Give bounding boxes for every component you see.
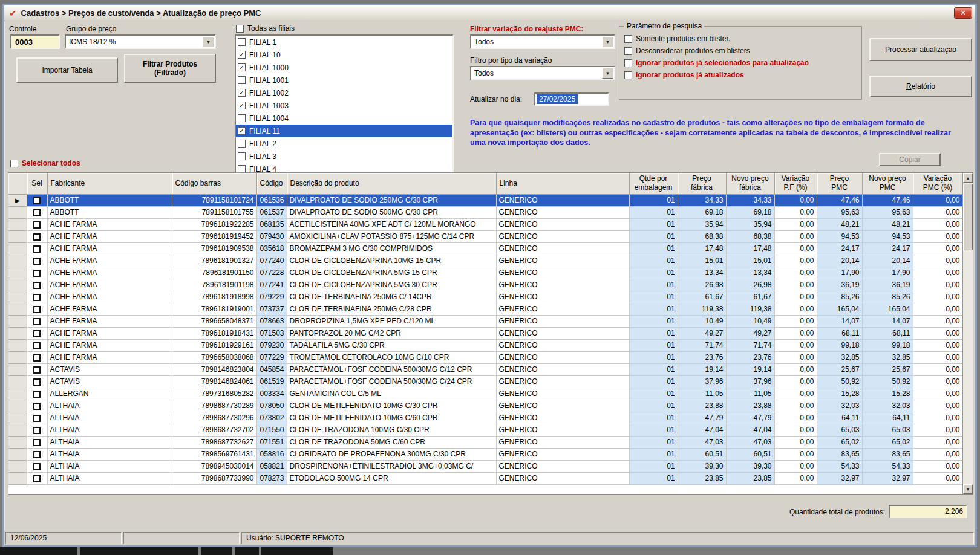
product-row[interactable]: ACHE FARMA7896181919001073737CLOR DE TER… (8, 303, 962, 315)
row-checkbox[interactable] (33, 258, 41, 265)
filtro-tipo-select[interactable]: Todos ▼ (470, 66, 615, 80)
product-row[interactable]: ALTHAIA7898569761431058816CLORIDRATO DE … (8, 448, 962, 460)
scroll-down-icon[interactable]: ▼ (963, 484, 973, 494)
row-select-cell[interactable] (27, 230, 47, 242)
row-select-cell[interactable] (27, 436, 47, 448)
filial-item[interactable]: FILIAL 1004 (236, 112, 452, 125)
row-select-cell[interactable] (27, 460, 47, 472)
selecionar-todos-checkbox[interactable]: Selecionar todos (10, 159, 80, 167)
column-header[interactable]: Novo preço fábrica (726, 173, 774, 194)
filial-checkbox[interactable] (238, 38, 246, 46)
close-button[interactable]: ✕ (954, 7, 972, 19)
filial-item[interactable]: FILIAL 3 (236, 150, 452, 163)
row-select-cell[interactable] (27, 315, 47, 327)
row-select-cell[interactable] (27, 351, 47, 363)
product-row[interactable]: ACTAVIS7898146824061061519PARACETAMOL+FO… (8, 375, 962, 388)
product-row[interactable]: ▶ABBOTT7891158101724061536DIVALPROATO DE… (8, 194, 962, 206)
chevron-down-icon[interactable]: ▼ (203, 36, 214, 47)
filtrar-produtos-button[interactable]: Filtrar Produtos (Filtrado) (124, 54, 216, 83)
row-select-cell[interactable] (27, 255, 47, 267)
product-row[interactable]: ACHE FARMA7896658048371078663DROPROPIZIN… (8, 315, 962, 327)
product-row[interactable]: ACHE FARMA7896181922285068135ACETILCISTE… (8, 218, 962, 230)
parametro-checkbox[interactable]: Ignorar produtos já atualizados (624, 71, 857, 79)
atualizar-dia-field[interactable]: 27/02/2025 (534, 92, 609, 106)
parametro-checkbox[interactable]: Somente produtos em blister. (624, 34, 857, 43)
column-header[interactable]: Código barras (172, 173, 256, 194)
row-checkbox[interactable] (33, 378, 41, 386)
column-header[interactable]: Linha (496, 173, 629, 194)
product-row[interactable]: ALTHAIA7898687732702071550CLOR DE TRAZOD… (8, 424, 962, 436)
filial-item[interactable]: ✓FILIAL 1002 (236, 86, 452, 99)
row-select-cell[interactable] (27, 424, 47, 436)
selecionar-todos-box-icon[interactable] (10, 160, 18, 167)
row-checkbox[interactable] (33, 475, 41, 482)
column-header[interactable]: Código (256, 173, 287, 194)
filial-item[interactable]: FILIAL 1 (236, 36, 452, 48)
row-select-cell[interactable] (27, 279, 47, 291)
product-row[interactable]: ALTHAIA7898687733990078273ETODOLACO 500M… (8, 472, 962, 484)
product-row[interactable]: ACHE FARMA7896181909538035618BROMAZEPAM … (8, 242, 962, 255)
product-row[interactable]: ALTHAIA7898687730296073802CLOR DE METILF… (8, 412, 962, 424)
filial-checkbox[interactable] (238, 76, 246, 84)
filtrar-variacao-select[interactable]: Todos ▼ (470, 34, 615, 49)
row-select-cell[interactable] (27, 363, 47, 375)
row-checkbox[interactable] (33, 342, 41, 349)
row-checkbox[interactable] (33, 209, 41, 216)
row-select-cell[interactable] (27, 448, 47, 460)
processar-atualizacao-button[interactable]: Processar atualização (869, 38, 972, 61)
filial-item[interactable]: ✓FILIAL 10 (236, 48, 452, 61)
column-header[interactable]: Preço PMC (817, 173, 862, 194)
filial-checkbox[interactable]: ✓ (238, 63, 246, 71)
scroll-up-icon[interactable]: ▲ (963, 173, 973, 183)
title-bar[interactable]: ✔ Cadastros > Preços de custo/venda > At… (4, 5, 975, 21)
filial-item[interactable]: ✓FILIAL 1003 (236, 99, 452, 112)
row-select-cell[interactable] (27, 339, 47, 351)
filial-checkbox[interactable] (238, 152, 246, 160)
product-row[interactable]: ABBOTT7891158101755061537DIVALPROATO DE … (8, 206, 962, 218)
product-row[interactable]: ACHE FARMA7896181929161079230TADALAFILA … (8, 339, 962, 351)
row-checkbox[interactable] (33, 282, 41, 289)
taskbar-item[interactable] (0, 547, 77, 555)
row-checkbox[interactable] (33, 415, 41, 422)
filiais-listbox[interactable]: FILIAL 1✓FILIAL 10✓FILIAL 1000FILIAL 100… (235, 34, 454, 177)
filial-checkbox[interactable] (238, 114, 246, 122)
column-header[interactable]: Descrição do produto (287, 173, 496, 194)
row-checkbox[interactable] (33, 354, 41, 362)
relatorio-button[interactable]: Relatório (869, 76, 972, 97)
row-select-cell[interactable] (27, 303, 47, 315)
column-header[interactable]: Variação PMC (%) (913, 173, 962, 194)
row-select-cell[interactable] (27, 267, 47, 279)
filial-checkbox[interactable]: ✓ (238, 51, 246, 59)
row-checkbox[interactable] (33, 233, 41, 241)
parametro-box-icon[interactable] (624, 71, 632, 79)
row-checkbox[interactable] (33, 427, 41, 434)
filial-checkbox[interactable]: ✓ (238, 127, 246, 135)
product-row[interactable]: ACHE FARMA7896181901198077241CLOR DE CIC… (8, 279, 962, 291)
filial-checkbox[interactable]: ✓ (238, 102, 246, 109)
product-row[interactable]: ACHE FARMA7896658038068077229TROMETAMOL … (8, 351, 962, 363)
product-row[interactable]: ACHE FARMA7896181918431071503PANTOPRAZOL… (8, 327, 962, 339)
column-header[interactable]: Preço fábrica (678, 173, 726, 194)
product-row[interactable]: ALTHAIA7898945030014058821DROSPIRENONA+E… (8, 460, 962, 472)
row-checkbox[interactable] (33, 439, 41, 446)
row-checkbox[interactable] (33, 318, 41, 325)
row-checkbox[interactable] (33, 270, 41, 277)
parametro-box-icon[interactable] (624, 35, 632, 43)
filial-checkbox[interactable]: ✓ (238, 89, 246, 97)
row-select-cell[interactable] (27, 218, 47, 230)
product-row[interactable]: ACHE FARMA7896181919452079430AMOXICILINA… (8, 230, 962, 242)
taskbar-item[interactable] (80, 547, 198, 555)
row-checkbox[interactable] (33, 451, 41, 458)
importar-tabela-button[interactable]: Importar Tabela (16, 57, 118, 83)
taskbar-item[interactable] (235, 547, 259, 555)
parametro-checkbox[interactable]: Desconsiderar produtos em blisters (624, 47, 857, 55)
taskbar-item[interactable] (261, 547, 333, 555)
row-checkbox[interactable] (33, 221, 41, 229)
chevron-down-icon[interactable]: ▼ (602, 36, 613, 47)
grupo-preco-select[interactable]: ICMS 18/12 % ▼ (65, 34, 216, 49)
row-select-cell[interactable] (27, 388, 47, 400)
filial-item[interactable]: FILIAL 2 (236, 137, 452, 150)
parametro-box-icon[interactable] (624, 47, 632, 55)
filial-item[interactable]: FILIAL 1001 (236, 74, 452, 86)
product-row[interactable]: ALTHAIA7898687732627071551CLOR DE TRAZOD… (8, 436, 962, 448)
